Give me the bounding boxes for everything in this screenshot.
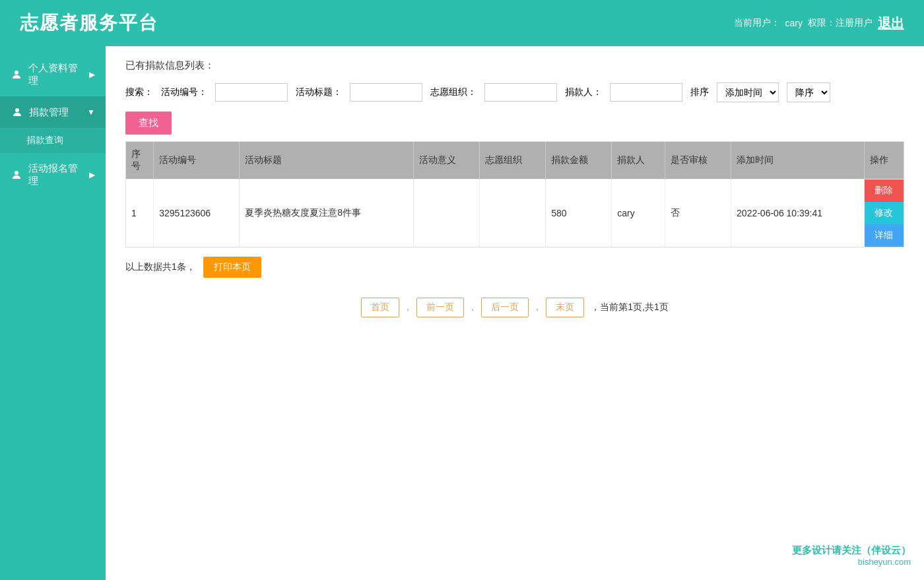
- sidebar-item-donation-label: 捐款管理: [29, 106, 69, 119]
- cell-donor: cary: [612, 179, 665, 247]
- watermark-line2: bisheyun.com: [792, 557, 911, 567]
- sidebar-item-activity[interactable]: 活动报名管理 ▶: [0, 153, 106, 197]
- chevron-right-icon-2: ▶: [89, 170, 95, 179]
- app-title: 志愿者服务平台: [20, 11, 158, 36]
- table-row: 1 3295123606 夏季炎热糖友度夏注意8件事 580 cary 否 20…: [126, 179, 904, 247]
- search-button[interactable]: 查找: [125, 112, 172, 135]
- col-activity-meaning: 活动意义: [414, 142, 480, 179]
- sidebar-item-activity-label: 活动报名管理: [28, 162, 84, 187]
- col-donation-amount: 捐款金额: [546, 142, 612, 179]
- cell-volunteer-org: [480, 179, 546, 247]
- svg-point-2: [15, 171, 18, 175]
- record-count: 以上数据共1条，: [125, 261, 195, 273]
- personal-icon: [11, 68, 23, 81]
- col-add-time: 添加时间: [731, 142, 864, 179]
- sidebar: 个人资料管理 ▶ 捐款管理 ▼ 捐款查询 活动报名管理 ▶: [0, 46, 106, 580]
- sidebar-item-personal[interactable]: 个人资料管理 ▶: [0, 53, 106, 96]
- cell-index: 1: [126, 179, 154, 247]
- search-label: 搜索：: [125, 86, 153, 98]
- first-page-button[interactable]: 首页: [361, 298, 399, 317]
- donor-label: 捐款人：: [565, 86, 602, 98]
- layout: 个人资料管理 ▶ 捐款管理 ▼ 捐款查询 活动报名管理 ▶ 已有捐款信息列表： …: [0, 46, 924, 580]
- activity-title-input[interactable]: [350, 83, 422, 102]
- cell-activity-title: 夏季炎热糖友度夏注意8件事: [240, 179, 414, 247]
- prev-page-button[interactable]: 前一页: [416, 298, 464, 317]
- logout-button[interactable]: 退出: [878, 15, 904, 32]
- username: cary: [785, 18, 803, 28]
- watermark: 更多设计请关注（伴设云） bisheyun.com: [792, 544, 911, 567]
- activity-code-input[interactable]: [215, 83, 288, 102]
- activity-code-label: 活动编号：: [161, 86, 207, 98]
- sidebar-item-donation-query[interactable]: 捐款查询: [0, 128, 106, 153]
- donation-icon: [11, 106, 24, 119]
- col-reviewed: 是否审核: [665, 142, 731, 179]
- donation-table: 序号 活动编号 活动标题 活动意义 志愿组织 捐款金额 捐款人 是否审核 添加时…: [125, 141, 904, 247]
- volunteer-org-input[interactable]: [484, 83, 557, 102]
- cell-activity-meaning: [414, 179, 480, 247]
- chevron-down-icon: ▼: [87, 108, 95, 117]
- header-user-info: 当前用户： cary 权限：注册用户 退出: [734, 15, 904, 32]
- sort-select[interactable]: 添加时间 捐款金额 活动编号: [717, 82, 779, 102]
- cell-actions: 删除 修改 详细: [864, 179, 904, 247]
- sort-label: 排序: [690, 86, 709, 98]
- section-title: 已有捐款信息列表：: [125, 59, 904, 72]
- search-bar: 搜索： 活动编号： 活动标题： 志愿组织： 捐款人： 排序 添加时间 捐款金额 …: [125, 82, 904, 102]
- cell-activity-code: 3295123606: [154, 179, 240, 247]
- col-index: 序号: [126, 142, 154, 179]
- cell-add-time: 2022-06-06 10:39:41: [731, 179, 864, 247]
- sep-2: ，: [468, 302, 477, 313]
- col-donor: 捐款人: [612, 142, 665, 179]
- order-select[interactable]: 降序 升序: [787, 82, 830, 102]
- current-user-label: 当前用户：: [734, 17, 780, 29]
- header: 志愿者服务平台 当前用户： cary 权限：注册用户 退出: [0, 0, 924, 46]
- pagination: 首页 ， 前一页 ， 后一页 ， 末页 ，当前第1页,共1页: [125, 298, 904, 317]
- col-activity-code: 活动编号: [154, 142, 240, 179]
- sep-1: ，: [403, 302, 412, 313]
- svg-point-0: [15, 71, 18, 75]
- cell-reviewed: 否: [665, 179, 731, 247]
- last-page-button[interactable]: 末页: [546, 298, 584, 317]
- col-actions: 操作: [864, 142, 904, 179]
- delete-button[interactable]: 删除: [865, 179, 904, 202]
- col-activity-title: 活动标题: [240, 142, 414, 179]
- sep-3: ，: [533, 302, 542, 313]
- detail-button[interactable]: 详细: [865, 224, 904, 247]
- permission-label: 权限：注册用户: [808, 17, 873, 29]
- volunteer-org-label: 志愿组织：: [430, 86, 477, 98]
- next-page-button[interactable]: 后一页: [481, 298, 529, 317]
- activity-icon: [11, 168, 23, 181]
- cell-donation-amount: 580: [546, 179, 612, 247]
- col-volunteer-org: 志愿组织: [480, 142, 546, 179]
- activity-title-label: 活动标题：: [296, 86, 342, 98]
- sidebar-item-personal-label: 个人资料管理: [28, 62, 84, 87]
- print-button[interactable]: 打印本页: [203, 257, 261, 278]
- table-footer: 以上数据共1条， 打印本页: [125, 257, 904, 278]
- main-content: 已有捐款信息列表： 搜索： 活动编号： 活动标题： 志愿组织： 捐款人： 排序 …: [106, 46, 924, 580]
- chevron-right-icon: ▶: [89, 70, 95, 79]
- sidebar-item-donation-query-label: 捐款查询: [26, 135, 63, 145]
- svg-point-1: [15, 108, 19, 112]
- sidebar-item-donation[interactable]: 捐款管理 ▼: [0, 96, 106, 128]
- page-info: ，当前第1页,共1页: [591, 302, 668, 313]
- edit-button[interactable]: 修改: [865, 202, 904, 224]
- watermark-line1: 更多设计请关注（伴设云）: [792, 544, 911, 557]
- donor-input[interactable]: [610, 83, 682, 102]
